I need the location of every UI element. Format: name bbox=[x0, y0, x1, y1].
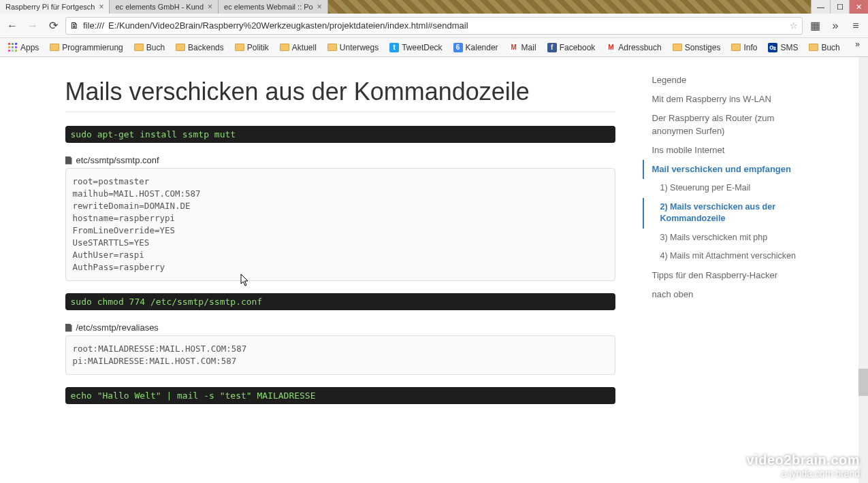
bookmark-item[interactable]: MMail bbox=[505, 41, 541, 54]
forward-button[interactable]: → bbox=[25, 18, 41, 34]
file-icon bbox=[65, 324, 72, 332]
bookmarks-overflow[interactable]: » bbox=[851, 38, 864, 50]
browser-toolbar: ← → ⟳ 🗎 file:/// E:/Kunden/Video2Brain/R… bbox=[0, 14, 868, 38]
bookmark-label: Buch bbox=[821, 43, 839, 52]
bookmark-item[interactable]: fFacebook bbox=[543, 41, 600, 54]
toc-item[interactable]: Mit dem Raspberry ins W-LAN bbox=[643, 90, 803, 109]
folder-icon bbox=[50, 44, 59, 51]
tab-title: ec elements Webmail :: Po bbox=[224, 3, 313, 11]
watermark: video2brain.com a lynda.com brand bbox=[747, 452, 860, 479]
reload-button[interactable]: ⟳ bbox=[45, 18, 61, 34]
scrollbar-thumb[interactable] bbox=[858, 369, 868, 396]
toc-subitem[interactable]: 4) Mails mit Attachment verschicken bbox=[643, 247, 803, 266]
window-controls: — ☐ ✕ bbox=[811, 0, 868, 14]
bookmark-item[interactable]: Buch bbox=[130, 41, 169, 54]
toc-subitem[interactable]: 3) Mails verschicken mit php bbox=[643, 229, 803, 248]
url-path: E:/Kunden/Video2Brain/Raspberry%20Werkze… bbox=[108, 20, 468, 31]
tab-strip: Raspberry Pi für Fortgesch×ec elements G… bbox=[0, 0, 811, 14]
bookmark-item[interactable]: o₂SMS bbox=[764, 41, 802, 54]
bookmarks-bar: AppsProgrammierungBuchBackendsPolitikAkt… bbox=[0, 38, 868, 57]
browser-tab[interactable]: ec elements Webmail :: Po× bbox=[219, 0, 328, 14]
folder-icon bbox=[731, 44, 741, 51]
file-label-1: etc/ssmtp/ssmtp.conf bbox=[65, 155, 615, 165]
bookmark-label: Sonstiges bbox=[685, 43, 721, 52]
menu-button[interactable]: ≡ bbox=[848, 18, 864, 34]
vertical-scrollbar[interactable] bbox=[858, 57, 868, 483]
bookmark-label: Backends bbox=[188, 43, 224, 52]
folder-icon bbox=[809, 44, 818, 51]
bookmark-star-icon[interactable]: ☆ bbox=[790, 20, 798, 31]
bookmark-label: SMS bbox=[780, 43, 798, 52]
folder-icon bbox=[673, 44, 682, 51]
bookmark-label: Aktuell bbox=[292, 43, 317, 52]
close-icon[interactable]: × bbox=[99, 2, 103, 12]
qr-extension-icon[interactable]: ▦ bbox=[807, 18, 823, 34]
folder-icon bbox=[327, 44, 337, 51]
bookmark-label: Info bbox=[743, 43, 757, 52]
bookmark-item[interactable]: Politik bbox=[231, 41, 273, 54]
apps-icon bbox=[8, 43, 18, 52]
favicon-icon: f bbox=[547, 43, 557, 52]
command-block-2: sudo chmod 774 /etc/ssmtp/ssmtp.conf bbox=[65, 293, 615, 310]
browser-tab[interactable]: Raspberry Pi für Fortgesch× bbox=[0, 0, 110, 14]
bookmark-label: Programmierung bbox=[62, 43, 123, 52]
bookmark-item[interactable]: Info bbox=[727, 41, 761, 54]
window-close-button[interactable]: ✕ bbox=[849, 0, 868, 14]
window-minimize-button[interactable]: — bbox=[811, 0, 830, 14]
address-bar[interactable]: 🗎 file:/// E:/Kunden/Video2Brain/Raspber… bbox=[65, 17, 803, 35]
bookmark-item[interactable]: Aktuell bbox=[276, 41, 321, 54]
bookmark-item[interactable]: tTweetDeck bbox=[385, 41, 446, 54]
bookmark-label: TweetDeck bbox=[402, 43, 442, 52]
watermark-title: video2brain.com bbox=[747, 452, 860, 468]
extensions-overflow-icon[interactable]: » bbox=[827, 18, 843, 34]
toc-item[interactable]: Ins mobile Internet bbox=[643, 141, 803, 160]
toc-subitem[interactable]: 1) Steuerung per E-Mail bbox=[643, 179, 803, 198]
toc-item[interactable]: nach oben bbox=[643, 285, 803, 304]
bookmark-item[interactable]: Buch bbox=[805, 41, 843, 54]
bookmark-item[interactable]: Unterwegs bbox=[323, 41, 383, 54]
watermark-subtitle: a lynda.com brand bbox=[747, 468, 860, 479]
bookmark-label: Apps bbox=[20, 43, 39, 52]
favicon-icon: 6 bbox=[453, 43, 463, 52]
bookmark-item[interactable]: Programmierung bbox=[46, 41, 127, 54]
mouse-cursor-icon bbox=[240, 273, 250, 287]
config-block-1: root=postmaster mailhub=MAIL.HOST.COM:58… bbox=[65, 168, 615, 281]
toc-item[interactable]: Mail verschicken und empfangen bbox=[643, 160, 803, 179]
bookmark-item[interactable]: 6Kalender bbox=[449, 41, 502, 54]
url-protocol: file:/// bbox=[83, 20, 104, 31]
article-main: Mails verschicken aus der Kommandozeile … bbox=[65, 71, 643, 416]
toc-item[interactable]: Der Raspberry als Router (zum anonymen S… bbox=[643, 109, 803, 140]
folder-icon bbox=[235, 44, 244, 51]
bookmark-label: Adressbuch bbox=[618, 43, 661, 52]
folder-icon bbox=[280, 44, 289, 51]
toc-item[interactable]: Tipps für den Raspberry-Hacker bbox=[643, 266, 803, 285]
page-title: Mails verschicken aus der Kommandozeile bbox=[65, 78, 615, 112]
back-button[interactable]: ← bbox=[4, 18, 20, 34]
bookmark-label: Kalender bbox=[466, 43, 498, 52]
bookmark-item[interactable]: Apps bbox=[4, 41, 43, 54]
bookmark-label: Facebook bbox=[560, 43, 596, 52]
command-block-3: echo "Hallo Welt" | mail -s "test" MAILA… bbox=[65, 387, 615, 404]
file-label-2: /etc/ssmtp/revaliases bbox=[65, 322, 615, 333]
close-icon[interactable]: × bbox=[208, 2, 212, 12]
file-path: /etc/ssmtp/revaliases bbox=[76, 322, 159, 333]
favicon-icon: M bbox=[606, 43, 615, 52]
bookmark-item[interactable]: Sonstiges bbox=[669, 41, 725, 54]
file-icon: 🗎 bbox=[70, 20, 79, 31]
bookmark-item[interactable]: Backends bbox=[172, 41, 228, 54]
bookmark-label: Buch bbox=[146, 43, 165, 52]
toc-subitem[interactable]: 2) Mails verschicken aus der Kommandozei… bbox=[643, 198, 803, 229]
file-icon bbox=[65, 156, 72, 165]
bookmark-item[interactable]: MAdressbuch bbox=[602, 41, 665, 54]
browser-tab[interactable]: ec elements GmbH - Kund× bbox=[110, 0, 219, 14]
favicon-icon: t bbox=[389, 43, 399, 52]
bookmark-label: Politik bbox=[247, 43, 269, 52]
folder-icon bbox=[176, 44, 185, 51]
bookmark-label: Unterwegs bbox=[340, 43, 379, 52]
favicon-icon: o₂ bbox=[768, 43, 777, 52]
toc-item[interactable]: Legende bbox=[643, 71, 803, 90]
close-icon[interactable]: × bbox=[317, 2, 322, 12]
bookmark-label: Mail bbox=[521, 43, 536, 52]
window-maximize-button[interactable]: ☐ bbox=[830, 0, 849, 14]
tab-title: Raspberry Pi für Fortgesch bbox=[5, 3, 95, 11]
